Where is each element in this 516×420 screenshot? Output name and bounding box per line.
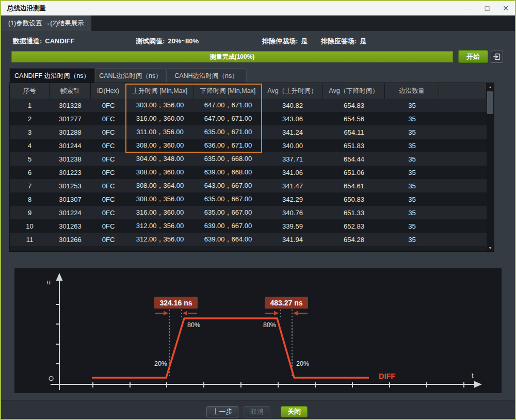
table-cell: 1 — [10, 99, 50, 112]
table-row[interactable]: 33012880FC311.00，356.00635.00，671.00341.… — [10, 125, 487, 139]
tab-candiff-edge-time[interactable]: CANDIFF 边沿时间（ns） — [9, 68, 95, 83]
step-tab[interactable]: (1)参数设置 →(2)结果展示 — [1, 15, 91, 31]
table-cell: 635.00，667.00 — [194, 192, 262, 206]
table-cell: 303.00，356.00 — [126, 99, 194, 112]
table-row[interactable]: 113012660FC312.00，356.00639.00，664.00341… — [10, 233, 487, 246]
table-cell-filler — [439, 219, 487, 233]
close-icon[interactable]: ✕ — [496, 1, 515, 15]
scroll-up-icon[interactable]: ▲ — [487, 83, 494, 90]
table-row[interactable]: 73012530FC308.00，364.00643.00，667.00341.… — [10, 179, 487, 192]
table-cell: 35 — [385, 152, 439, 166]
table-cell: 308.00，360.00 — [126, 139, 194, 152]
table-cell: 301288 — [50, 125, 91, 139]
fall-arrow-right-icon — [293, 311, 298, 316]
table-cell: 639.00，668.00 — [194, 166, 262, 179]
bus-edge-measurement-window: 总线边沿测量 — □ ✕ (1)参数设置 →(2)结果展示 数据通道:CANDI… — [0, 0, 516, 420]
table-row[interactable]: 53012380FC304.00，348.00635.00，668.00337.… — [10, 152, 487, 166]
table-cell-filler — [439, 125, 487, 139]
table-cell: 8 — [10, 192, 50, 206]
tab-canl-edge-time[interactable]: CANL边沿时间（ns） — [95, 68, 166, 83]
table-cell: 35 — [385, 179, 439, 192]
close-button[interactable]: 关闭 — [281, 406, 308, 417]
table-row[interactable]: 103012630FC312.00，356.00639.00，667.00339… — [10, 219, 487, 233]
table-row[interactable]: 83013070FC308.00，356.00635.00，667.00342.… — [10, 192, 487, 206]
table-cell: 3 — [10, 125, 50, 139]
header-seq[interactable]: 序号 — [10, 83, 50, 99]
table-cell-filler — [439, 192, 487, 206]
table-cell: 301277 — [50, 112, 91, 125]
table-cell: 35 — [385, 219, 439, 233]
table-row[interactable]: 93012240FC316.00，360.00635.00，667.00340.… — [10, 206, 487, 219]
fall-time-value: 483.27 ns — [270, 299, 302, 307]
tab-canh-edge-time[interactable]: CANH边沿时间（ns） — [166, 68, 247, 83]
scroll-down-icon[interactable]: ▼ — [487, 244, 494, 251]
x-axis-label: t — [472, 371, 474, 379]
header-frame-index[interactable]: 帧索引 — [50, 83, 91, 99]
start-button[interactable]: 开始 — [458, 50, 488, 63]
param-data-channel: 数据通道:CANDIFF — [13, 37, 74, 46]
window-title: 总线边沿测量 — [7, 4, 46, 13]
table-cell: 654.44 — [323, 152, 385, 166]
back-button[interactable]: 上一步 — [206, 406, 238, 417]
table-body: 13013280FC303.00，356.00647.00，671.00340.… — [10, 99, 494, 246]
table-cell: 35 — [385, 112, 439, 125]
scrollbar-thumb[interactable] — [487, 91, 493, 114]
table-cell: 654.11 — [323, 125, 385, 139]
table-row[interactable]: 13013280FC303.00，356.00647.00，671.00340.… — [10, 99, 487, 112]
step-bar: (1)参数设置 →(2)结果展示 — [1, 15, 515, 31]
table-cell-filler — [439, 166, 487, 179]
maximize-icon[interactable]: □ — [478, 1, 496, 15]
cancel-button[interactable]: 取消 — [244, 406, 270, 417]
export-button[interactable] — [491, 51, 503, 63]
table-cell: 308.00，360.00 — [126, 166, 194, 179]
table-cell: 2 — [10, 112, 50, 125]
progress-text: 测量完成(100%) — [210, 53, 255, 61]
table-cell: 35 — [385, 192, 439, 206]
param-value: CANDIFF — [45, 37, 74, 45]
window-controls: — □ ✕ — [459, 1, 515, 15]
minimize-icon[interactable]: — — [459, 1, 478, 15]
table-cell: 339.59 — [262, 219, 323, 233]
x-axis-arrow-icon — [474, 381, 482, 388]
table-row[interactable]: 23012770FC316.00，360.00647.00，671.00343.… — [10, 112, 487, 125]
table-header: 序号 帧索引 ID(Hex) 上升时间 [Min,Max] 下降时间 [Min,… — [10, 83, 487, 99]
param-label: 数据通道: — [13, 37, 42, 45]
header-edge-count[interactable]: 边沿数量 — [385, 83, 439, 99]
table-cell: 304.00，348.00 — [126, 152, 194, 166]
table-cell: 4 — [10, 139, 50, 152]
rise-arrow-left-icon — [164, 311, 168, 316]
progress-bar: 测量完成(100%) — [11, 51, 453, 62]
diff-waveform — [92, 318, 369, 378]
table-cell: 35 — [385, 139, 439, 152]
table-cell: 301244 — [50, 139, 91, 152]
table-cell: 9 — [10, 206, 50, 219]
table-cell: 639.00，667.00 — [194, 219, 262, 233]
table-cell-filler — [439, 152, 487, 166]
param-threshold: 测试阈值:20%~80% — [136, 37, 199, 46]
header-avg-fall[interactable]: Avg（下降时间） — [323, 83, 385, 99]
table-cell: 301328 — [50, 99, 91, 112]
table-cell: 654.28 — [323, 233, 385, 246]
param-value: 是 — [301, 37, 308, 45]
table-cell: 301253 — [50, 179, 91, 192]
table-cell: 301307 — [50, 192, 91, 206]
measurement-dashed-lines — [169, 310, 292, 378]
header-rise-time[interactable]: 上升时间 [Min,Max] — [126, 83, 194, 99]
table-cell: 301238 — [50, 152, 91, 166]
table-cell: 312.00，356.00 — [126, 219, 194, 233]
table-cell: 6 — [10, 166, 50, 179]
header-avg-rise[interactable]: Avg（上升时间） — [262, 83, 323, 99]
table-row[interactable]: 63012230FC308.00，360.00639.00，668.00341.… — [10, 166, 487, 179]
table-cell: 5 — [10, 152, 50, 166]
table-row[interactable]: 43012440FC308.00，360.00636.00，671.00340.… — [10, 139, 487, 152]
waveform-diagram: 324.16 ns 483.27 ns 80% 80% 20% 20% u t … — [14, 268, 502, 393]
table-cell-filler — [439, 99, 487, 112]
origin-label: O — [49, 375, 54, 382]
table-cell: 312.00，356.00 — [126, 233, 194, 246]
table-cell: 0FC — [91, 233, 126, 246]
table-cell: 650.83 — [323, 192, 385, 206]
header-id-hex[interactable]: ID(Hex) — [91, 83, 126, 99]
param-label: 排除应答场: — [321, 37, 357, 45]
header-fall-time[interactable]: 下降时间 [Min,Max] — [194, 83, 262, 99]
table-scrollbar[interactable]: ▲ ▼ — [487, 83, 494, 251]
